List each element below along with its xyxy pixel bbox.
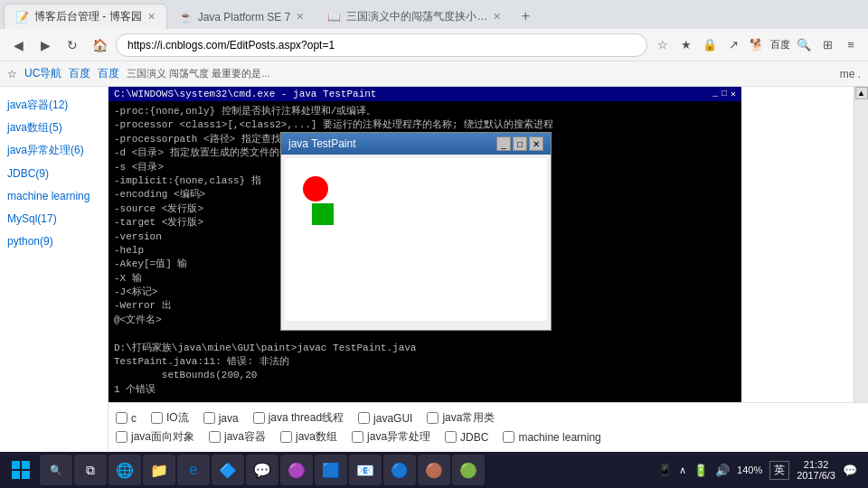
refresh-button[interactable]: ↻ [61, 34, 83, 56]
paint-minimize[interactable]: _ [496, 136, 511, 151]
scroll-track [855, 99, 868, 408]
share-icon[interactable]: ↗ [723, 35, 743, 55]
paint-title-text: java TestPaint [288, 137, 356, 150]
tab-close-java[interactable]: ✕ [296, 11, 304, 23]
address-bar[interactable] [116, 33, 647, 57]
scroll-up-btn[interactable]: ▲ [855, 87, 868, 99]
cmd-line-19: TestPaint.java:11: 错误: 非法的 [114, 355, 736, 369]
taskbar-explorer[interactable]: 📁 [143, 455, 175, 485]
taskbar-ie[interactable]: 🌐 [108, 455, 141, 485]
ie-icon: 🌐 [116, 462, 134, 479]
search-icon[interactable]: 🔍 [794, 35, 814, 55]
app7-icon: 🟦 [322, 462, 340, 479]
checkbox-javacommon[interactable]: java常用类 [427, 410, 495, 426]
sidebar-item-ml[interactable]: machine learning [5, 185, 102, 208]
svg-rect-2 [12, 471, 20, 479]
checkbox-row-2: java面向对象 java容器 java数组 java异常处理 JDBC [116, 429, 861, 445]
paint-close[interactable]: ✕ [529, 136, 543, 151]
volume-pct: 140% [737, 465, 762, 475]
checkbox-javacontainer[interactable]: java容器 [209, 429, 266, 445]
app8-icon: 📧 [356, 462, 374, 479]
cmd-title-text: C:\WINDOWS\system32\cmd.exe - java TestP… [114, 89, 376, 99]
sidebar-item-mysql[interactable]: MySql(17) [5, 208, 102, 230]
star-filled-icon[interactable]: ★ [676, 35, 696, 55]
sidebar-item-java-container[interactable]: java容器(12) [5, 94, 102, 117]
taskbar-taskview[interactable]: ⧉ [74, 455, 107, 485]
cmd-title-buttons: _ □ ✕ [712, 89, 736, 99]
lang-indicator[interactable]: 英 [769, 461, 789, 480]
bookmarks-overflow: 三国演义 闯荡气度 最重要的是... [127, 67, 832, 80]
paint-window: java TestPaint _ □ ✕ [280, 132, 552, 331]
taskbar-app11[interactable]: 🟢 [452, 455, 485, 485]
url-input[interactable] [127, 39, 636, 52]
taskbar-app9[interactable]: 🔵 [383, 455, 416, 485]
checkbox-ml[interactable]: machine learning [503, 431, 600, 444]
forward-button[interactable]: ▶ [34, 34, 56, 56]
taskbar-app5[interactable]: 💬 [246, 455, 278, 485]
cmd-minimize[interactable]: _ [712, 89, 718, 99]
app5-icon: 💬 [253, 462, 271, 479]
mobile-devices-icon[interactable]: 📱 [658, 464, 672, 476]
tab-favicon-sanguo: 📖 [327, 11, 341, 23]
cmd-close[interactable]: ✕ [731, 89, 736, 99]
tab-active[interactable]: 📝 博客后台管理 - 博客园 ✕ [4, 4, 167, 29]
checkbox-jdbc[interactable]: JDBC [445, 431, 488, 444]
folder-icon: 📁 [150, 462, 168, 479]
sidebar-item-java-array[interactable]: java数组(5) [5, 117, 102, 139]
browser-window: 📝 博客后台管理 - 博客园 ✕ ☕ Java Platform SE 7 ✕ … [0, 0, 868, 488]
lock-icon[interactable]: 🔒 [700, 35, 720, 55]
checkbox-c[interactable]: c [116, 412, 137, 425]
volume-icon[interactable]: 🔊 [715, 464, 730, 477]
battery-icon[interactable]: 🔋 [693, 464, 708, 477]
bookmark-uc[interactable]: UC导航 [24, 66, 61, 81]
sidebar-item-java-exception[interactable]: java异常处理(6) [5, 139, 102, 162]
star-icon[interactable]: ☆ [653, 35, 673, 55]
bookmarks-bar: ☆ UC导航 百度 百度 三国演义 闯荡气度 最重要的是... me . [0, 61, 868, 87]
checkbox-thread[interactable]: java thread线程 [253, 410, 344, 426]
bookmark-expand[interactable]: me . [840, 68, 861, 80]
taskbar-search[interactable]: 🔍 [40, 455, 72, 485]
taskbar: 🔍 ⧉ 🌐 📁 e 🔷 💬 🟣 🟦 📧 🔵 🟤 [0, 452, 868, 488]
checkbox-javaexcept[interactable]: java异常处理 [352, 429, 430, 445]
dog-icon[interactable]: 🐕 [747, 35, 767, 55]
taskbar-app4[interactable]: 🔷 [212, 455, 244, 485]
tray-chevron[interactable]: ∧ [679, 465, 686, 476]
paint-canvas [285, 158, 547, 321]
checkbox-javaarray[interactable]: java数组 [280, 429, 337, 445]
browser-tabs: 📝 博客后台管理 - 博客园 ✕ ☕ Java Platform SE 7 ✕ … [0, 0, 868, 29]
checkbox-io[interactable]: IO流 [151, 410, 189, 426]
cmd-line-21: 1 个错误 [114, 383, 736, 397]
new-tab-button[interactable]: + [513, 4, 538, 29]
cmd-maximize[interactable]: □ [722, 89, 727, 99]
start-button[interactable] [4, 455, 38, 485]
svg-rect-3 [22, 471, 30, 479]
app9-icon: 🔵 [391, 462, 409, 479]
back-button[interactable]: ◀ [7, 34, 29, 56]
tab-close-sanguo[interactable]: ✕ [493, 11, 501, 23]
taskbar-app8[interactable]: 📧 [349, 455, 382, 485]
notification-icon[interactable]: 💬 [843, 464, 857, 477]
checkbox-java[interactable]: java [203, 412, 239, 425]
taskbar-app10[interactable]: 🟤 [418, 455, 450, 485]
main-content: java容器(12) java数组(5) java异常处理(6) JDBC(9)… [0, 87, 868, 452]
checkbox-javagui[interactable]: javaGUI [358, 412, 412, 425]
toolbar-icons: ☆ ★ 🔒 ↗ 🐕 百度 🔍 ⊞ ≡ [653, 35, 861, 55]
bookmark-baidu2[interactable]: 百度 [98, 66, 119, 81]
sidebar-item-python[interactable]: python(9) [5, 230, 102, 253]
tab-close-btn[interactable]: ✕ [147, 11, 156, 23]
menu-icon[interactable]: ≡ [841, 35, 861, 55]
svg-rect-0 [12, 461, 20, 469]
checkbox-javaobj[interactable]: java面向对象 [116, 429, 194, 445]
paint-maximize[interactable]: □ [513, 136, 527, 151]
bookmark-baidu1[interactable]: 百度 [69, 66, 90, 81]
taskbar-edge[interactable]: e [177, 455, 210, 485]
bookmark-icon[interactable]: ⊞ [817, 35, 837, 55]
home-button[interactable]: 🏠 [89, 34, 110, 56]
taskbar-app6[interactable]: 🟣 [280, 455, 313, 485]
tab-sanguo[interactable]: 📖 三国演义中的闯荡气度挟小… ✕ [316, 4, 513, 29]
taskbar-clock[interactable]: 21:32 2017/6/3 [797, 459, 835, 481]
sidebar-item-jdbc[interactable]: JDBC(9) [5, 163, 102, 185]
taskbar-app7[interactable]: 🟦 [315, 455, 347, 485]
svg-rect-1 [22, 461, 30, 469]
tab-java[interactable]: ☕ Java Platform SE 7 ✕ [167, 4, 316, 29]
